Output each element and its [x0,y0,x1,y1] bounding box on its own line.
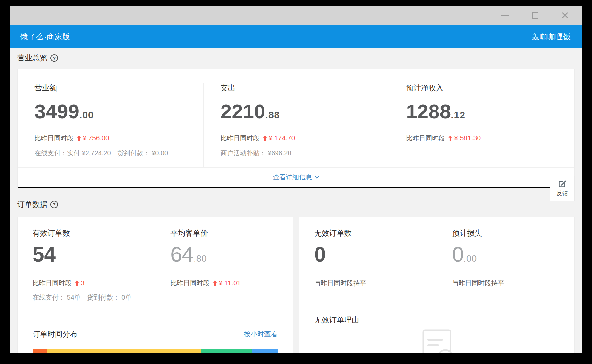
avg-price-label: 平均客单价 [170,228,293,238]
orders-title-text: 订单数据 [17,200,47,210]
empty-document-icon [419,329,455,353]
bar-segment-green [201,349,251,353]
app-brand: 饿了么·商家版 [20,32,70,42]
valid-count-label: 有效订单数 [33,228,155,238]
invalid-count-column: 无效订单数 0 与昨日同时段持平 [299,228,437,299]
revenue-label: 营业额 [34,83,203,93]
orders-help-icon[interactable]: ? [50,201,58,208]
expense-column: 支出 2210.88 比昨日同时段 ¥ 174.70 商户活动补贴： ¥696.… [203,83,389,167]
empty-state [299,329,574,353]
app-window: 饿了么·商家版 轰咖咖喱饭 营业总览 ? 营业额 3499.00 比昨日同时段 … [10,6,582,353]
valid-count-detail: 在线支付： 54单 货到付款： 0单 [33,293,155,302]
revenue-detail: 在线支付：实付 ¥2,724.20 货到付款： ¥0.00 [34,149,203,158]
bar-segment-blue [252,349,278,353]
up-arrow-icon [213,280,217,286]
valid-orders-card: 有效订单数 54 比昨日同时段 3 在线支付： 54单 货到付款： 0单 平均客… [17,217,293,353]
close-button[interactable] [561,11,569,20]
order-time-bar [33,349,278,353]
card-divider [18,316,293,316]
time-dist-heading: 订单时间分布 [33,329,77,339]
feedback-label: 反馈 [557,189,568,197]
overview-section-title: 营业总览 ? [17,53,575,63]
invalid-orders-card: 无效订单数 0 与昨日同时段持平 预计损失 0.00 与昨日同时段持平 无效订单… [299,217,575,353]
expense-compare: 比昨日同时段 ¥ 174.70 [221,134,389,143]
loss-label: 预计损失 [452,228,574,238]
net-income-value: 1288.12 [406,100,574,128]
card-divider [299,302,574,302]
valid-count-column: 有效订单数 54 比昨日同时段 3 在线支付： 54单 货到付款： 0单 [18,228,155,314]
avg-price-value: 64.80 [170,242,293,272]
minimize-icon [501,15,509,16]
maximize-icon [532,12,538,19]
up-arrow-icon [75,280,79,286]
revenue-column: 营业额 3499.00 比昨日同时段 ¥ 756.00 在线支付：实付 ¥2,7… [18,83,203,167]
close-icon [561,11,569,19]
net-income-compare: 比昨日同时段 ¥ 581.30 [406,134,574,143]
orders-section-title: 订单数据 ? [17,200,575,210]
expense-label: 支出 [221,83,389,93]
revenue-value: 3499.00 [34,100,203,128]
view-details-button[interactable]: 查看详细信息 [18,167,574,188]
feedback-button[interactable]: 反馈 [550,176,575,201]
valid-count-value: 54 [33,242,155,272]
maximize-button[interactable] [531,11,539,20]
net-income-label: 预计净收入 [406,83,574,93]
loss-value: 0.00 [452,242,574,272]
view-by-hour-link[interactable]: 按小时查看 [244,330,278,339]
valid-count-compare: 比昨日同时段 3 [33,279,155,288]
invalid-count-note: 与昨日同时段持平 [314,279,437,288]
net-income-column: 预计净收入 1288.12 比昨日同时段 ¥ 581.30 [389,83,574,167]
invalid-reason-header: 无效订单理由 [299,315,574,325]
overview-title-text: 营业总览 [17,53,47,63]
expense-value: 2210.88 [221,100,389,128]
avg-price-column: 平均客单价 64.80 比昨日同时段 ¥ 11.01 [155,228,293,314]
overview-help-icon[interactable]: ? [50,54,58,62]
up-arrow-icon [77,136,81,141]
invalid-orders-stats: 无效订单数 0 与昨日同时段持平 预计损失 0.00 与昨日同时段持平 [299,217,574,299]
invalid-count-value: 0 [314,242,437,272]
expense-detail: 商户活动补贴： ¥696.20 [221,149,389,158]
bar-segment-yellow [47,349,202,353]
invalid-count-label: 无效订单数 [314,228,437,238]
time-dist-header: 订单时间分布 按小时查看 [18,329,293,339]
orders-cards-row: 有效订单数 54 比昨日同时段 3 在线支付： 54单 货到付款： 0单 平均客… [17,217,575,353]
revenue-compare: 比昨日同时段 ¥ 756.00 [34,134,203,143]
invalid-reason-heading: 无效订单理由 [314,315,359,325]
chevron-down-icon [315,176,319,179]
up-arrow-icon [448,136,452,141]
app-header: 饿了么·商家版 轰咖咖喱饭 [10,25,582,48]
overview-stats: 营业额 3499.00 比昨日同时段 ¥ 756.00 在线支付：实付 ¥2,7… [18,69,574,167]
edit-icon [558,179,567,188]
store-name[interactable]: 轰咖咖喱饭 [532,32,571,42]
view-details-label: 查看详细信息 [273,173,312,182]
up-arrow-icon [263,136,267,141]
avg-price-compare: 比昨日同时段 ¥ 11.01 [170,279,293,288]
loss-column: 预计损失 0.00 与昨日同时段持平 [437,228,574,299]
overview-card: 营业额 3499.00 比昨日同时段 ¥ 756.00 在线支付：实付 ¥2,7… [17,69,575,188]
minimize-button[interactable] [501,11,509,20]
bar-segment-orange [33,349,47,353]
window-titlebar [10,6,582,25]
page-content: 营业总览 ? 营业额 3499.00 比昨日同时段 ¥ 756.00 在线支付：… [10,48,582,353]
loss-note: 与昨日同时段持平 [452,279,574,288]
valid-orders-stats: 有效订单数 54 比昨日同时段 3 在线支付： 54单 货到付款： 0单 平均客… [18,217,293,314]
